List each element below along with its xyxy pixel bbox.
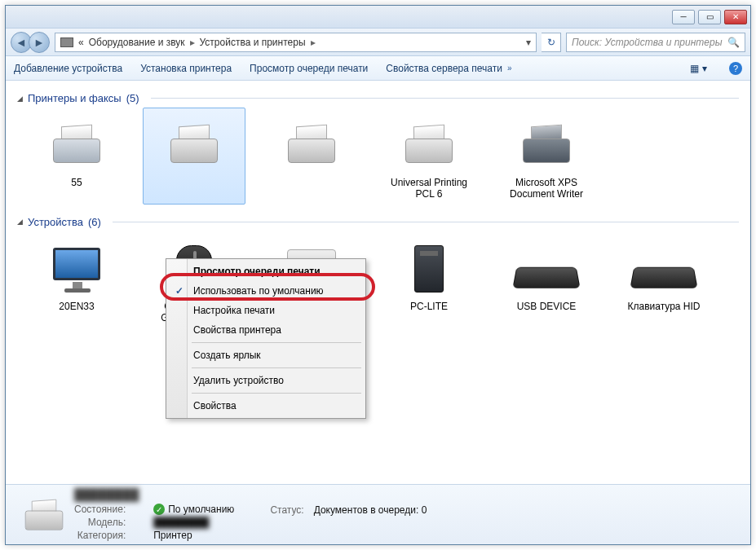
group-count: (6) (88, 216, 101, 228)
server-props-button[interactable]: Свойства сервера печати (386, 63, 502, 74)
keyboard-icon (630, 267, 697, 288)
nav-buttons: ◄ ► (11, 32, 50, 53)
device-item[interactable]: Клавиатура HID (612, 231, 715, 328)
keyboard-icon (512, 267, 580, 288)
details-model-value: ████████ (153, 517, 234, 528)
maximize-button[interactable]: ▭ (698, 10, 721, 24)
pc-icon (414, 245, 444, 293)
breadcrumb-seg1[interactable]: Оборудование и звук (89, 37, 185, 48)
close-button[interactable]: ✕ (724, 10, 747, 24)
fax-icon (48, 124, 105, 166)
details-category-label: Категория: (74, 530, 130, 541)
ctx-set-default-label: Использовать по умолчанию (193, 285, 324, 297)
group-count: (5) (126, 92, 139, 104)
ctx-separator (192, 393, 361, 394)
minimize-button[interactable]: ─ (672, 10, 695, 24)
collapse-icon[interactable]: ◢ (17, 218, 23, 226)
printer-item[interactable] (260, 108, 363, 205)
add-device-button[interactable]: Добавление устройства (14, 63, 122, 74)
ctx-print-prefs[interactable]: Настройка печати (169, 301, 363, 320)
help-button[interactable]: ? (729, 62, 742, 75)
view-queue-button[interactable]: Просмотр очереди печати (250, 63, 368, 74)
devices-items: 20EN33 G102 Prodigy Gaming Mouse HID-сов… (17, 231, 739, 328)
details-state-value: ✓По умолчанию (153, 504, 234, 516)
item-label: PC-LITE (382, 301, 476, 312)
content-pane: ◢ Принтеры и факсы (5) 55 Universal Prin… (6, 81, 750, 484)
command-bar: Добавление устройства Установка принтера… (6, 56, 750, 81)
breadcrumb-prefix: « (78, 37, 84, 48)
printer-icon (518, 124, 575, 166)
group-printers-header[interactable]: ◢ Принтеры и факсы (5) (17, 92, 739, 104)
search-icon[interactable]: 🔍 (727, 37, 740, 48)
printer-icon (400, 124, 458, 166)
printer-item[interactable]: Microsoft XPS Document Writer (495, 108, 598, 205)
breadcrumb-sep: ▸ (311, 37, 316, 48)
device-item[interactable]: USB DEVICE (495, 231, 598, 328)
ctx-separator (192, 342, 361, 343)
group-devices-header[interactable]: ◢ Устройства (6) (17, 216, 739, 228)
breadcrumb[interactable]: « Оборудование и звук ▸ Устройства и при… (55, 33, 537, 52)
explorer-window: ─ ▭ ✕ ◄ ► « Оборудование и звук ▸ Устрой… (5, 5, 751, 545)
ctx-printer-props[interactable]: Свойства принтера (169, 320, 363, 340)
breadcrumb-dropdown-icon[interactable]: ▾ (526, 37, 531, 48)
checkmark-icon: ✓ (175, 285, 183, 297)
details-pane: ████████ Состояние: ✓По умолчанию Модель… (6, 484, 750, 544)
device-item[interactable]: 20EN33 (25, 231, 128, 328)
ctx-set-default[interactable]: ✓ Использовать по умолчанию (169, 281, 363, 301)
printers-items: 55 Universal Printing PCL 6 Microsoft XP… (17, 108, 739, 205)
search-input[interactable]: Поиск: Устройства и принтеры 🔍 (566, 33, 745, 52)
item-label: 55 (29, 177, 124, 188)
breadcrumb-sep: ▸ (190, 37, 195, 48)
ctx-create-shortcut[interactable]: Создать ярлык (169, 345, 363, 365)
view-icon: ▦ (690, 63, 699, 74)
details-state-label: Состояние: (74, 504, 130, 516)
printer-item[interactable]: Universal Printing PCL 6 (378, 108, 480, 205)
printer-item-selected[interactable] (143, 108, 245, 205)
chevron-down-icon: ▾ (702, 63, 707, 74)
details-model-label: Модель: (74, 517, 130, 528)
group-title: Устройства (28, 216, 83, 228)
ok-icon: ✓ (153, 504, 165, 515)
ctx-separator (192, 367, 361, 368)
titlebar: ─ ▭ ✕ (6, 6, 750, 29)
printer-item[interactable]: 55 (25, 108, 128, 205)
ctx-view-queue[interactable]: Просмотр очереди печати (169, 262, 363, 281)
refresh-button[interactable]: ↻ (542, 33, 561, 52)
item-label: 20EN33 (29, 301, 124, 312)
address-row: ◄ ► « Оборудование и звук ▸ Устройства и… (6, 29, 750, 56)
printer-icon (166, 124, 223, 166)
add-printer-button[interactable]: Установка принтера (140, 63, 232, 74)
details-category-value: Принтер (153, 530, 234, 541)
ctx-remove-device[interactable]: Удалить устройство (169, 371, 363, 390)
item-label: Microsoft XPS Document Writer (499, 177, 594, 200)
breadcrumb-seg2[interactable]: Устройства и принтеры (200, 37, 306, 48)
device-item[interactable]: PC-LITE (378, 231, 480, 328)
ctx-properties[interactable]: Свойства (169, 396, 363, 416)
details-thumbnail (15, 495, 63, 535)
item-label: USB DEVICE (499, 301, 594, 312)
forward-button[interactable]: ► (29, 32, 50, 53)
group-title: Принтеры и факсы (28, 92, 122, 104)
view-mode-button[interactable]: ▦ ▾ (686, 60, 711, 77)
monitor-icon (48, 244, 105, 293)
item-label: Клавиатура HID (617, 301, 711, 312)
printer-icon (283, 124, 340, 166)
details-status-value: Документов в очереди: 0 (314, 504, 427, 516)
collapse-icon[interactable]: ◢ (17, 95, 23, 103)
location-icon (60, 37, 73, 47)
context-menu: Просмотр очереди печати ✓ Использовать п… (166, 258, 366, 419)
details-title: ████████ (74, 488, 197, 501)
details-status-label: Статус: (270, 504, 308, 516)
overflow-icon[interactable]: » (507, 64, 512, 73)
item-label: Universal Printing PCL 6 (382, 177, 476, 200)
search-placeholder: Поиск: Устройства и принтеры (572, 37, 723, 48)
